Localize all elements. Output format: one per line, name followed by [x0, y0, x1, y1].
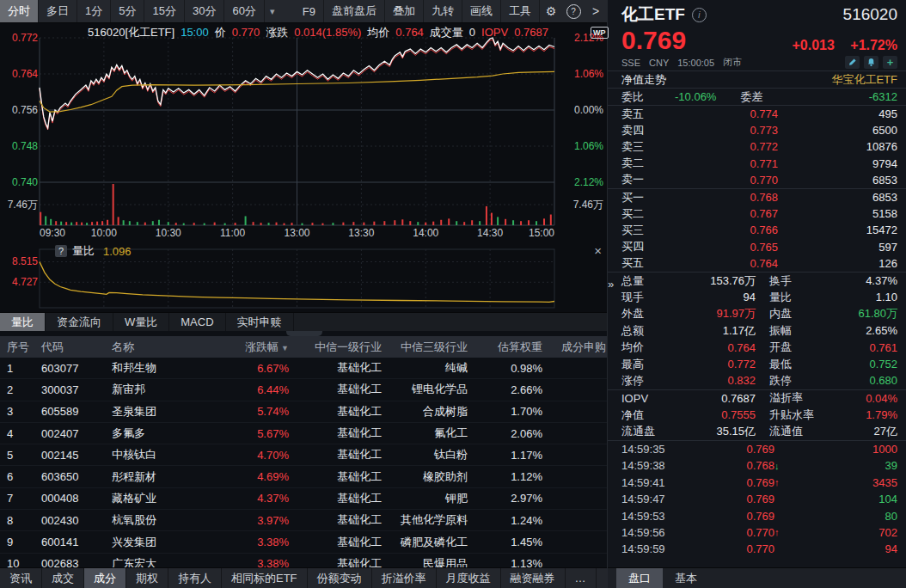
bottom-tab[interactable]: 份额变动	[308, 568, 372, 588]
expand-toolbar-icon[interactable]: >	[585, 0, 607, 22]
tick-row[interactable]: 14:59:530.76980	[608, 507, 906, 524]
weight-cell: 2.97%	[473, 492, 553, 505]
bottom-tab[interactable]: 融资融券	[501, 568, 566, 588]
volume-ratio-panel[interactable]: ? 量比 1.096 × 8.5154.727	[0, 242, 607, 312]
indicator-help-icon[interactable]: ?	[55, 245, 67, 257]
table-row[interactable]: 4002407多氟多5.67%基础化工氟化工2.06%	[0, 423, 607, 444]
stat-row: IOPV0.7687溢折率0.04%	[608, 389, 906, 407]
alert-bell-icon[interactable]	[864, 56, 878, 69]
column-header[interactable]: 中信一级行业	[301, 340, 387, 355]
column-header[interactable]: 中信三级行业	[387, 340, 473, 355]
nav-trend-row[interactable]: 净值走势 华宝化工ETF	[608, 70, 906, 89]
intraday-chart[interactable]: 516020[化工ETF]15:00价0.770涨跌0.014(1.85%)均价…	[0, 23, 607, 242]
period-dropdown-icon[interactable]: ▾	[265, 0, 280, 22]
add-icon[interactable]: +	[883, 56, 897, 69]
period-tab[interactable]: 60分	[224, 0, 264, 22]
indicator-tab[interactable]: MACD	[169, 313, 225, 331]
bid-row[interactable]: 买二0.7675158	[608, 205, 906, 222]
column-header[interactable]: 序号	[0, 340, 40, 355]
column-header[interactable]: 成分申购	[553, 340, 607, 355]
stat-label: 升贴水率	[756, 407, 848, 423]
bottom-tab[interactable]: 月度收益	[437, 568, 501, 588]
bottom-tab[interactable]: …	[566, 568, 597, 588]
tick-row[interactable]: 14:59:470.769104	[608, 491, 906, 507]
table-row[interactable]: 6603650彤程新材4.69%基础化工橡胶助剂1.12%	[0, 466, 607, 487]
help-icon[interactable]: ?	[562, 0, 585, 22]
column-header[interactable]: 估算权重	[473, 340, 553, 355]
quote-tab[interactable]: 盘口	[616, 568, 663, 588]
period-tab[interactable]: 30分	[185, 0, 224, 22]
stat-row: 外盘91.97万内盘61.80万	[608, 306, 906, 322]
ask-volume: 6500	[778, 124, 906, 137]
bid-row[interactable]: 买五0.764126	[608, 255, 906, 272]
close-icon[interactable]: ×	[594, 243, 602, 258]
change-cell: 5.74%	[217, 405, 301, 418]
stat-value: 0.832	[687, 374, 756, 387]
ask-row[interactable]: 卖二0.7719794	[608, 156, 906, 172]
indicator-tab[interactable]: W量比	[113, 313, 169, 331]
stat-label: 流通值	[756, 424, 848, 439]
tick-time: 14:59:59	[608, 542, 695, 555]
period-tab[interactable]: 15分	[144, 0, 184, 22]
toolbar-item[interactable]: 叠加	[385, 0, 424, 22]
industry1-cell: 基础化工	[301, 535, 387, 550]
tick-row[interactable]: 14:59:560.770↑702	[608, 524, 906, 541]
period-tab[interactable]: 分时	[0, 0, 39, 22]
toolbar-item[interactable]: 九转	[424, 0, 462, 22]
tick-row[interactable]: 14:59:380.768↓39	[608, 457, 906, 474]
bottom-tab[interactable]: 持有人	[168, 568, 222, 588]
toolbar-item[interactable]: 工具	[501, 0, 540, 22]
stat-value: 1.10	[848, 291, 906, 303]
time-tick-label: 09:30	[40, 227, 65, 239]
ask-row[interactable]: 卖三0.77210876	[608, 138, 906, 155]
bid-row[interactable]: 买三0.76615472	[608, 222, 906, 238]
table-row[interactable]: 2300037新宙邦6.44%基础化工锂电化学品2.66%	[0, 379, 607, 401]
time-tick-label: 15:00	[529, 227, 554, 239]
table-row[interactable]: 1603077和邦生物6.67%基础化工纯碱0.98%	[0, 358, 607, 379]
table-row[interactable]: 8002430杭氧股份3.97%基础化工其他化学原料1.24%	[0, 510, 607, 531]
column-header[interactable]: 代码	[40, 340, 112, 355]
bottom-tab[interactable]: 资讯	[0, 568, 42, 588]
bid-price: 0.767	[673, 207, 778, 220]
tick-row[interactable]: 14:59:590.77094	[608, 541, 906, 557]
quote-tab[interactable]: 基本	[663, 568, 709, 588]
instrument-code: 516020	[843, 5, 897, 24]
edit-icon[interactable]	[845, 56, 860, 69]
bottom-tab[interactable]: 成交	[42, 568, 84, 588]
bottom-tab[interactable]: 成分	[84, 568, 126, 588]
info-icon[interactable]: i	[692, 8, 707, 22]
bottom-tab[interactable]: 相同标的ETF	[222, 568, 308, 588]
intraday-chart-svg	[0, 23, 607, 242]
table-row[interactable]: 7000408藏格矿业4.37%基础化工钾肥2.97%	[0, 488, 607, 510]
tick-volume: 94	[787, 542, 906, 555]
time-tick-label: 10:30	[156, 227, 181, 239]
bottom-tab[interactable]: 期权	[126, 568, 168, 588]
table-row[interactable]: 9600141兴发集团3.38%基础化工磷肥及磷化工1.45%	[0, 531, 607, 553]
tick-row[interactable]: 14:59:410.769↑3435	[608, 475, 906, 491]
ask-row[interactable]: 卖五0.774495	[608, 106, 906, 122]
stat-value: 27亿	[848, 424, 906, 439]
ask-label: 卖五	[608, 107, 673, 122]
wp-badge-icon[interactable]: WP	[591, 27, 609, 39]
table-row[interactable]: 3605589圣泉集团5.74%基础化工合成树脂1.70%	[0, 401, 607, 423]
column-header[interactable]: 涨跌幅▼	[217, 340, 301, 355]
tick-row[interactable]: 14:59:350.7691000	[608, 441, 906, 457]
bottom-tab[interactable]: 折溢价率	[372, 568, 437, 588]
period-tab[interactable]: 多日	[39, 0, 77, 22]
period-tab[interactable]: 5分	[111, 0, 144, 22]
collapse-panel-icon[interactable]: »	[608, 278, 614, 291]
table-row[interactable]: 5002145中核钛白4.70%基础化工钛白粉1.17%	[0, 444, 607, 466]
toolbar-item[interactable]: F9	[295, 0, 324, 22]
gear-icon[interactable]: ⚙	[540, 0, 562, 22]
column-header[interactable]: 名称	[112, 340, 217, 355]
ask-row[interactable]: 卖四0.7736500	[608, 122, 906, 138]
bid-row[interactable]: 买一0.7686853	[608, 189, 906, 205]
bid-row[interactable]: 买四0.765597	[608, 239, 906, 255]
ask-row[interactable]: 卖一0.7706853	[608, 172, 906, 188]
toolbar-item[interactable]: 盘前盘后	[324, 0, 385, 22]
indicator-tab[interactable]: 量比	[0, 313, 46, 331]
indicator-tab[interactable]: 资金流向	[46, 313, 113, 331]
indicator-tab[interactable]: 实时申赎	[226, 313, 294, 331]
period-tab[interactable]: 1分	[77, 0, 111, 22]
toolbar-item[interactable]: 画线	[462, 0, 501, 22]
